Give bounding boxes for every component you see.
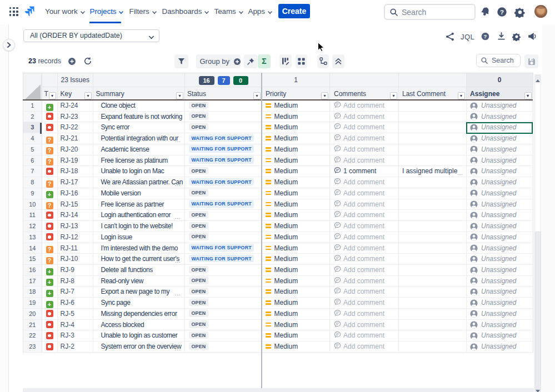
svg-text:?: ? xyxy=(484,33,487,39)
svg-text:?: ? xyxy=(500,9,504,16)
